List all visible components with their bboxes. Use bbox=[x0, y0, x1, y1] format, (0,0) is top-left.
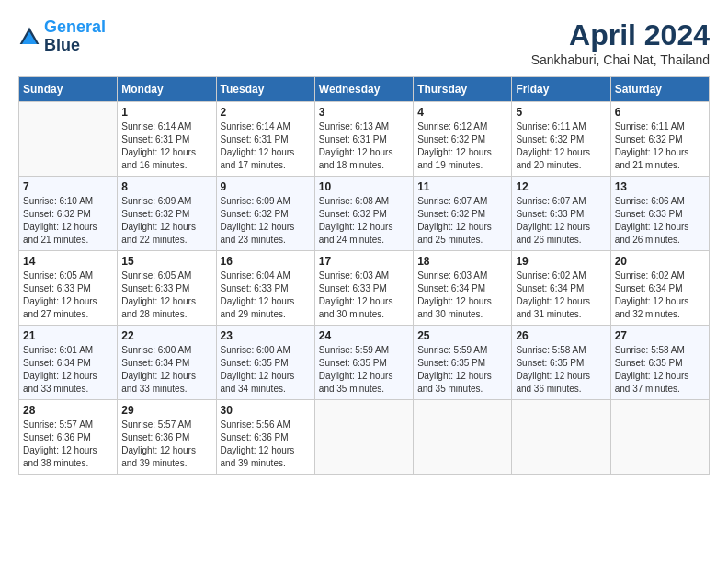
calendar-day-cell: 18Sunrise: 6:03 AMSunset: 6:34 PMDayligh… bbox=[414, 251, 512, 326]
day-info: Sunrise: 6:09 AMSunset: 6:32 PMDaylight:… bbox=[121, 195, 211, 247]
calendar-day-cell: 4Sunrise: 6:12 AMSunset: 6:32 PMDaylight… bbox=[414, 102, 512, 177]
day-info: Sunrise: 6:09 AMSunset: 6:32 PMDaylight:… bbox=[221, 195, 311, 247]
calendar-week-row: 21Sunrise: 6:01 AMSunset: 6:34 PMDayligh… bbox=[19, 326, 710, 400]
day-number: 10 bbox=[319, 180, 409, 193]
calendar-day-cell: 16Sunrise: 6:04 AMSunset: 6:33 PMDayligh… bbox=[216, 251, 314, 326]
calendar-day-cell: 24Sunrise: 5:59 AMSunset: 6:35 PMDayligh… bbox=[314, 326, 413, 400]
day-number: 9 bbox=[221, 180, 311, 193]
day-header-sunday: Sunday bbox=[19, 77, 118, 102]
day-info: Sunrise: 6:02 AMSunset: 6:34 PMDaylight:… bbox=[615, 270, 705, 321]
day-number: 8 bbox=[121, 180, 211, 193]
calendar-day-cell bbox=[19, 102, 118, 177]
location: Sankhaburi, Chai Nat, Thailand bbox=[531, 52, 710, 67]
day-number: 19 bbox=[516, 255, 606, 268]
day-info: Sunrise: 6:04 AMSunset: 6:33 PMDaylight:… bbox=[221, 270, 311, 321]
calendar-day-cell: 15Sunrise: 6:05 AMSunset: 6:33 PMDayligh… bbox=[118, 251, 216, 326]
calendar-day-cell: 11Sunrise: 6:07 AMSunset: 6:32 PMDayligh… bbox=[414, 177, 512, 251]
day-number: 20 bbox=[615, 255, 705, 268]
day-info: Sunrise: 5:59 AMSunset: 6:35 PMDaylight:… bbox=[319, 344, 409, 396]
day-number: 17 bbox=[319, 255, 409, 268]
calendar-day-cell: 29Sunrise: 5:57 AMSunset: 6:36 PMDayligh… bbox=[118, 400, 216, 475]
day-number: 7 bbox=[23, 180, 113, 193]
calendar-day-cell: 10Sunrise: 6:08 AMSunset: 6:32 PMDayligh… bbox=[314, 177, 413, 251]
day-number: 30 bbox=[221, 404, 311, 417]
calendar-day-cell: 17Sunrise: 6:03 AMSunset: 6:33 PMDayligh… bbox=[314, 251, 413, 326]
calendar-day-cell: 1Sunrise: 6:14 AMSunset: 6:31 PMDaylight… bbox=[118, 102, 216, 177]
day-info: Sunrise: 6:11 AMSunset: 6:32 PMDaylight:… bbox=[516, 121, 606, 172]
day-info: Sunrise: 6:12 AMSunset: 6:32 PMDaylight:… bbox=[417, 121, 507, 172]
day-number: 11 bbox=[417, 180, 507, 193]
calendar-day-cell: 7Sunrise: 6:10 AMSunset: 6:32 PMDaylight… bbox=[19, 177, 118, 251]
day-number: 14 bbox=[23, 255, 113, 268]
day-number: 16 bbox=[221, 255, 311, 268]
calendar-day-cell: 19Sunrise: 6:02 AMSunset: 6:34 PMDayligh… bbox=[512, 251, 610, 326]
calendar-day-cell: 20Sunrise: 6:02 AMSunset: 6:34 PMDayligh… bbox=[610, 251, 709, 326]
day-info: Sunrise: 5:57 AMSunset: 6:36 PMDaylight:… bbox=[121, 419, 211, 470]
day-info: Sunrise: 6:03 AMSunset: 6:34 PMDaylight:… bbox=[417, 270, 507, 321]
calendar-day-cell bbox=[512, 400, 610, 475]
calendar-day-cell: 13Sunrise: 6:06 AMSunset: 6:33 PMDayligh… bbox=[610, 177, 709, 251]
day-info: Sunrise: 6:03 AMSunset: 6:33 PMDaylight:… bbox=[319, 270, 409, 321]
day-number: 21 bbox=[23, 329, 113, 342]
calendar-week-row: 1Sunrise: 6:14 AMSunset: 6:31 PMDaylight… bbox=[19, 102, 710, 177]
day-header-monday: Monday bbox=[118, 77, 216, 102]
day-number: 6 bbox=[615, 106, 705, 119]
day-number: 22 bbox=[121, 329, 211, 342]
day-header-tuesday: Tuesday bbox=[216, 77, 314, 102]
day-info: Sunrise: 5:58 AMSunset: 6:35 PMDaylight:… bbox=[615, 344, 705, 396]
calendar-day-cell: 2Sunrise: 6:14 AMSunset: 6:31 PMDaylight… bbox=[216, 102, 314, 177]
day-number: 12 bbox=[516, 180, 606, 193]
day-number: 25 bbox=[417, 329, 507, 342]
day-info: Sunrise: 6:01 AMSunset: 6:34 PMDaylight:… bbox=[23, 344, 113, 396]
day-info: Sunrise: 5:59 AMSunset: 6:35 PMDaylight:… bbox=[417, 344, 507, 396]
calendar-day-cell bbox=[314, 400, 413, 475]
day-number: 2 bbox=[221, 106, 311, 119]
calendar-day-cell: 23Sunrise: 6:00 AMSunset: 6:35 PMDayligh… bbox=[216, 326, 314, 400]
day-info: Sunrise: 6:00 AMSunset: 6:35 PMDaylight:… bbox=[221, 344, 311, 396]
title-block: April 2024 Sankhaburi, Chai Nat, Thailan… bbox=[531, 18, 710, 67]
calendar-day-cell bbox=[414, 400, 512, 475]
calendar-day-cell: 8Sunrise: 6:09 AMSunset: 6:32 PMDaylight… bbox=[118, 177, 216, 251]
day-number: 29 bbox=[121, 404, 211, 417]
day-number: 13 bbox=[615, 180, 705, 193]
day-info: Sunrise: 6:06 AMSunset: 6:33 PMDaylight:… bbox=[615, 195, 705, 247]
calendar-day-cell: 12Sunrise: 6:07 AMSunset: 6:33 PMDayligh… bbox=[512, 177, 610, 251]
calendar-day-cell: 30Sunrise: 5:56 AMSunset: 6:36 PMDayligh… bbox=[216, 400, 314, 475]
day-info: Sunrise: 6:02 AMSunset: 6:34 PMDaylight:… bbox=[516, 270, 606, 321]
day-info: Sunrise: 6:05 AMSunset: 6:33 PMDaylight:… bbox=[121, 270, 211, 321]
day-number: 27 bbox=[615, 329, 705, 342]
day-number: 18 bbox=[417, 255, 507, 268]
calendar-day-cell: 21Sunrise: 6:01 AMSunset: 6:34 PMDayligh… bbox=[19, 326, 118, 400]
day-info: Sunrise: 6:08 AMSunset: 6:32 PMDaylight:… bbox=[319, 195, 409, 247]
logo-icon bbox=[18, 26, 40, 48]
calendar-day-cell: 9Sunrise: 6:09 AMSunset: 6:32 PMDaylight… bbox=[216, 177, 314, 251]
logo-text: General Blue bbox=[44, 18, 106, 55]
day-info: Sunrise: 6:05 AMSunset: 6:33 PMDaylight:… bbox=[23, 270, 113, 321]
month-title: April 2024 bbox=[531, 18, 710, 52]
day-info: Sunrise: 6:13 AMSunset: 6:31 PMDaylight:… bbox=[319, 121, 409, 172]
calendar-day-cell: 27Sunrise: 5:58 AMSunset: 6:35 PMDayligh… bbox=[610, 326, 709, 400]
calendar-day-cell: 28Sunrise: 5:57 AMSunset: 6:36 PMDayligh… bbox=[19, 400, 118, 475]
calendar-day-cell: 6Sunrise: 6:11 AMSunset: 6:32 PMDaylight… bbox=[610, 102, 709, 177]
day-number: 23 bbox=[221, 329, 311, 342]
page-header: General Blue April 2024 Sankhaburi, Chai… bbox=[18, 18, 710, 67]
calendar-day-cell: 22Sunrise: 6:00 AMSunset: 6:34 PMDayligh… bbox=[118, 326, 216, 400]
calendar-day-cell: 3Sunrise: 6:13 AMSunset: 6:31 PMDaylight… bbox=[314, 102, 413, 177]
day-number: 5 bbox=[516, 106, 606, 119]
day-number: 15 bbox=[121, 255, 211, 268]
day-number: 26 bbox=[516, 329, 606, 342]
day-number: 24 bbox=[319, 329, 409, 342]
day-number: 1 bbox=[121, 106, 211, 119]
calendar-week-row: 28Sunrise: 5:57 AMSunset: 6:36 PMDayligh… bbox=[19, 400, 710, 475]
day-header-wednesday: Wednesday bbox=[314, 77, 413, 102]
day-info: Sunrise: 5:58 AMSunset: 6:35 PMDaylight:… bbox=[516, 344, 606, 396]
day-header-friday: Friday bbox=[512, 77, 610, 102]
day-info: Sunrise: 6:07 AMSunset: 6:33 PMDaylight:… bbox=[516, 195, 606, 247]
calendar-day-cell: 26Sunrise: 5:58 AMSunset: 6:35 PMDayligh… bbox=[512, 326, 610, 400]
calendar-day-cell: 25Sunrise: 5:59 AMSunset: 6:35 PMDayligh… bbox=[414, 326, 512, 400]
day-header-saturday: Saturday bbox=[610, 77, 709, 102]
calendar-header-row: SundayMondayTuesdayWednesdayThursdayFrid… bbox=[19, 77, 710, 102]
day-info: Sunrise: 6:14 AMSunset: 6:31 PMDaylight:… bbox=[121, 121, 211, 172]
calendar-day-cell bbox=[610, 400, 709, 475]
day-info: Sunrise: 6:14 AMSunset: 6:31 PMDaylight:… bbox=[221, 121, 311, 172]
